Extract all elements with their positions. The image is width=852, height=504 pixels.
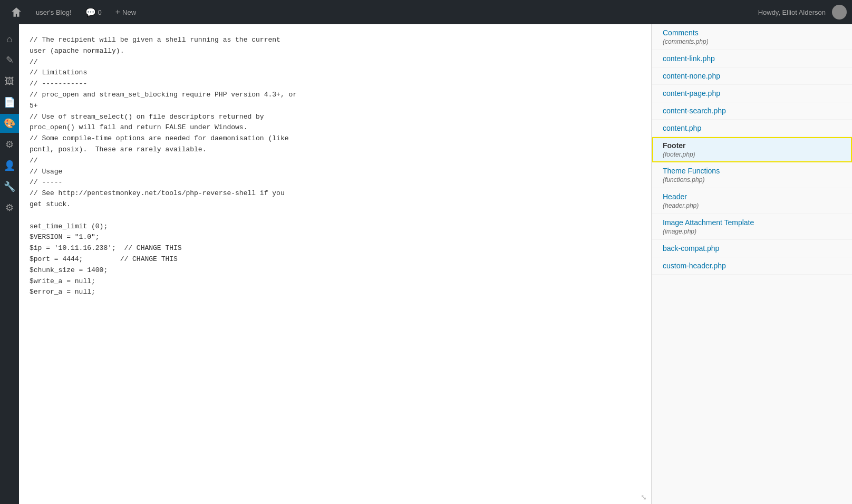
sidebar-item-content[interactable]: content.php — [652, 120, 852, 137]
howdy-text: Howdy, Elliot Alderson — [758, 8, 830, 16]
sidebar-item-footer[interactable]: Footer (footer.php) — [652, 137, 852, 162]
pages-icon[interactable]: 📄 — [0, 93, 19, 112]
adminbar-home[interactable] — [5, 0, 27, 24]
left-sidebar-icons: ⌂ ✎ 🖼 📄 🎨 ⚙ 👤 🔧 ⚙ — [0, 24, 19, 504]
sidebar-item-comments[interactable]: Comments (comments.php) — [652, 24, 852, 50]
sidebar-item-content-page[interactable]: content-page.php — [652, 85, 852, 102]
home-icon — [11, 6, 22, 18]
adminbar-new[interactable]: + New — [110, 0, 141, 24]
tools-icon[interactable]: 🔧 — [0, 177, 19, 196]
adminbar-comments[interactable]: 💬 0 — [80, 0, 107, 24]
sidebar-item-content-link[interactable]: content-link.php — [652, 50, 852, 67]
right-sidebar: Comments (comments.php) content-link.php… — [652, 24, 852, 504]
editor-area: // The recipient will be given a shell r… — [19, 24, 652, 504]
posts-icon[interactable]: ✎ — [0, 51, 19, 70]
adminbar-left: user's Blog! 💬 0 + New — [5, 0, 758, 24]
adminbar-site-name[interactable]: user's Blog! — [31, 0, 77, 24]
dashboard-icon[interactable]: ⌂ — [0, 30, 19, 49]
admin-bar: user's Blog! 💬 0 + New Howdy, Elliot Ald… — [0, 0, 852, 24]
avatar[interactable] — [832, 5, 847, 20]
media-icon[interactable]: 🖼 — [0, 72, 19, 91]
settings-icon[interactable]: ⚙ — [0, 198, 19, 217]
sidebar-item-back-compat[interactable]: back-compat.php — [652, 240, 852, 257]
sidebar-item-theme-functions[interactable]: Theme Functions (functions.php) — [652, 162, 852, 188]
appearance-icon[interactable]: 🎨 — [0, 114, 19, 133]
sidebar-item-custom-header[interactable]: custom-header.php — [652, 257, 852, 275]
sidebar-item-header[interactable]: Header (header.php) — [652, 188, 852, 214]
sidebar-item-image-attachment[interactable]: Image Attachment Template (image.php) — [652, 214, 852, 240]
sidebar-item-content-none[interactable]: content-none.php — [652, 67, 852, 85]
code-editor[interactable]: // The recipient will be given a shell r… — [19, 24, 651, 504]
sidebar-item-content-search[interactable]: content-search.php — [652, 102, 852, 120]
main-wrap: // The recipient will be given a shell r… — [19, 24, 852, 504]
adminbar-right: Howdy, Elliot Alderson — [758, 5, 847, 20]
plugins-icon[interactable]: ⚙ — [0, 135, 19, 154]
resize-handle[interactable]: ⤡ — [641, 493, 648, 501]
plus-icon: + — [115, 7, 120, 17]
users-icon[interactable]: 👤 — [0, 156, 19, 175]
comment-icon: 💬 — [85, 7, 96, 17]
